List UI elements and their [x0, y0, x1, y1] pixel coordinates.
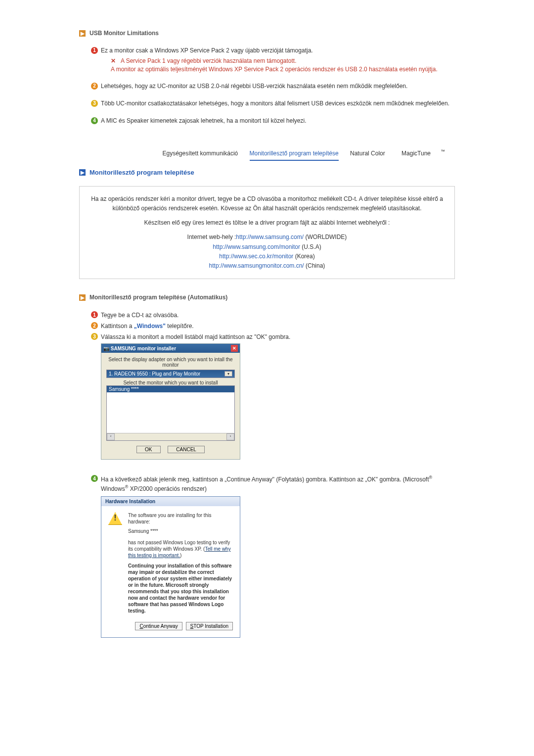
link-samsung-china[interactable]: http://www.samsungmonitor.com.cn/	[209, 262, 304, 269]
dialog-instruction: Select the display adapter on which you …	[106, 357, 235, 368]
num-badge-2: 2	[91, 83, 98, 90]
continue-anyway-button[interactable]: Continue Anyway	[135, 622, 182, 630]
num-badge-4: 4	[91, 475, 98, 482]
limitation-item: 3 Több UC-monitor csatlakoztatásakor leh…	[91, 99, 455, 108]
tab-driver-install[interactable]: Monitorillesztő program telepítése	[250, 150, 339, 161]
limitation-item: 4 A MIC és Speaker kimenetek zajosak leh…	[91, 117, 455, 125]
step-item: 2 Kattintson a „Windows" telepítőre.	[91, 322, 455, 331]
monitor-list[interactable]: Samsung **** ‹ ›	[106, 385, 235, 441]
info-box: Ha az operációs rendszer kéri a monitor …	[79, 186, 455, 279]
chevron-down-icon[interactable]: ▾	[224, 371, 232, 377]
dialog-titlebar: Hardware Installation	[101, 497, 240, 506]
num-badge-2: 2	[91, 322, 98, 329]
ok-button[interactable]: OK	[136, 446, 160, 453]
adapter-combo[interactable]: 1. RADEON 9550 : Plug and Play Monitor ▾	[106, 370, 235, 378]
link-samsung-worldwide[interactable]: http://www.samsung.com/	[236, 234, 304, 240]
step-item: 4 Ha a következő ablak jelenik meg, katt…	[91, 474, 455, 493]
arrow-icon: ▶	[79, 294, 86, 301]
list-item[interactable]: Samsung ****	[107, 386, 234, 392]
limitation-item: 1 Ez a monitor csak a Windows XP Service…	[91, 47, 455, 73]
x-icon: ✕	[111, 57, 118, 65]
section-title: USB Monitor Limitations	[89, 30, 159, 37]
dialog-titlebar: 📷 SAMSUNG monitor installer ✕	[101, 344, 240, 353]
arrow-icon: ▶	[79, 169, 86, 176]
limitation-item: 2 Lehetséges, hogy az UC-monitor az USB …	[91, 82, 455, 91]
tab-natural-color[interactable]: Natural Color	[350, 150, 385, 157]
section-title: Monitorillesztő program telepítése (Auto…	[89, 294, 227, 301]
section-auto-install-header: ▶ Monitorillesztő program telepítése (Au…	[79, 294, 455, 301]
num-badge-4: 4	[91, 117, 98, 124]
tab-magictune[interactable]: MagicTune™	[397, 150, 450, 157]
cancel-button[interactable]: CANCEL	[168, 446, 205, 453]
close-icon[interactable]: ✕	[231, 345, 238, 352]
scroll-left-icon[interactable]: ‹	[107, 433, 115, 440]
scrollbar[interactable]: ‹ ›	[107, 433, 234, 440]
stop-installation-button[interactable]: STOP Installation	[186, 622, 233, 630]
link-samsung-usa[interactable]: http://www.samsung.com/monitor	[213, 243, 300, 250]
section-driver-install-header: ▶ Monitorillesztő program telepítése	[79, 169, 455, 176]
section-title: Monitorillesztő program telepítése	[89, 169, 194, 176]
tab-unified-comm[interactable]: Egységesített kommunikáció	[163, 150, 238, 157]
warning-icon: !	[108, 512, 122, 525]
num-badge-1: 1	[91, 311, 98, 318]
hardware-installation-dialog: Hardware Installation ! The software you…	[101, 496, 240, 638]
num-badge-3: 3	[91, 100, 98, 107]
installer-dialog: 📷 SAMSUNG monitor installer ✕ Select the…	[101, 343, 240, 460]
link-samsung-korea[interactable]: http://www.sec.co.kr/monitor	[219, 253, 293, 260]
section-usb-limitations-header: ▶ USB Monitor Limitations	[79, 30, 455, 37]
scroll-right-icon[interactable]: ›	[226, 433, 234, 440]
windows-link[interactable]: „Windows"	[134, 323, 166, 330]
step-item: 3 Válassza ki a monitort a modell listáb…	[91, 332, 455, 341]
num-badge-3: 3	[91, 333, 98, 340]
tab-bar: Egységesített kommunikáció Monitorillesz…	[79, 149, 455, 157]
step-item: 1 Tegye be a CD-t az olvasóba.	[91, 311, 455, 320]
num-badge-1: 1	[91, 47, 98, 54]
arrow-icon: ▶	[79, 30, 86, 37]
dialog-instruction: Select the monitor which you want to ins…	[106, 380, 235, 385]
